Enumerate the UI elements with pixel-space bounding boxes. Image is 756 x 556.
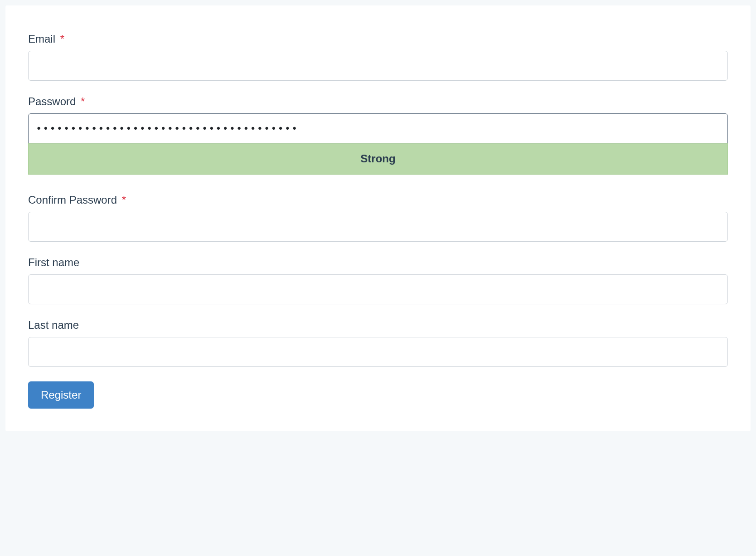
first-name-group: First name: [28, 256, 728, 304]
confirm-password-label-text: Confirm Password: [28, 194, 117, 206]
register-button-label: Register: [41, 389, 81, 401]
last-name-group: Last name: [28, 319, 728, 367]
password-field[interactable]: [28, 113, 728, 143]
password-strength-indicator: Strong: [28, 143, 728, 175]
confirm-password-field[interactable]: [28, 212, 728, 242]
last-name-label-text: Last name: [28, 319, 79, 331]
first-name-label: First name: [28, 256, 728, 269]
email-label-text: Email: [28, 33, 55, 45]
register-button[interactable]: Register: [28, 381, 94, 409]
registration-form-card: Email * Password * Strong Confirm Passwo…: [5, 5, 751, 431]
password-label-text: Password: [28, 95, 76, 107]
first-name-label-text: First name: [28, 256, 79, 268]
email-group: Email *: [28, 33, 728, 81]
password-strength-label: Strong: [360, 152, 395, 165]
last-name-label: Last name: [28, 319, 728, 332]
required-asterisk: *: [60, 33, 64, 45]
confirm-password-label: Confirm Password *: [28, 194, 728, 206]
email-field[interactable]: [28, 51, 728, 81]
confirm-password-group: Confirm Password *: [28, 194, 728, 242]
first-name-field[interactable]: [28, 274, 728, 304]
required-asterisk: *: [122, 194, 126, 206]
last-name-field[interactable]: [28, 337, 728, 367]
email-label: Email *: [28, 33, 728, 45]
password-group: Password * Strong: [28, 95, 728, 175]
password-label: Password *: [28, 95, 728, 108]
required-asterisk: *: [81, 95, 85, 107]
